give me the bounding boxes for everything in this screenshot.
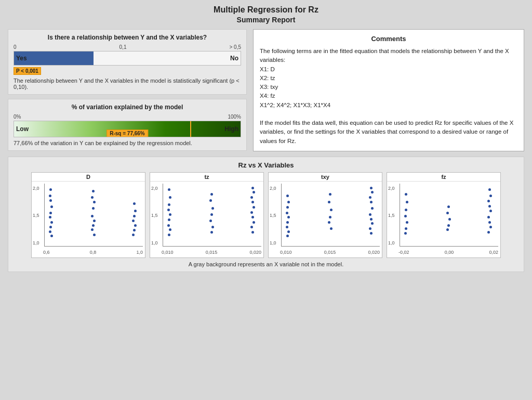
scatter-inner-D xyxy=(44,184,143,247)
var-high-label: High xyxy=(224,125,238,133)
scatter-plot-tz: tz xyxy=(150,172,264,258)
x-label-08-D: 0,8 xyxy=(90,250,97,255)
comments-line-0: The following terms are in the fitted eq… xyxy=(260,48,509,63)
comments-panel: Comments The following terms are in the … xyxy=(253,29,524,151)
rel-axis-05: > 0,5 xyxy=(229,44,241,50)
x-label-0010-tz: 0,010 xyxy=(162,250,174,255)
scatter-plot-txy-title: txy xyxy=(269,173,382,182)
scatter-plot-fz: fz xyxy=(387,172,501,258)
var-low-label: Low xyxy=(16,125,29,133)
page: Multiple Regression for Rz Summary Repor… xyxy=(0,0,532,400)
y-label-10-fz: 1,0 xyxy=(388,240,395,246)
x-axis-labels-txy: 0,010 0,015 0,020 xyxy=(280,250,380,255)
y-label-20-txy: 2,0 xyxy=(270,186,276,191)
x-label-10-D: 1,0 xyxy=(136,250,143,255)
main-subtitle: Summary Report xyxy=(8,16,524,24)
x-label-m002-fz: -0,02 xyxy=(398,250,409,255)
variation-title: % of variation explained by the model xyxy=(14,104,241,111)
y-axis-labels-tz: 2,0 1,5 1,0 xyxy=(151,186,158,246)
scatter-plots: D xyxy=(14,172,518,258)
scatter-inner-tz xyxy=(163,184,261,247)
scatter-plot-txy: txy xyxy=(268,172,382,258)
comments-line-x3: X3: txy xyxy=(260,84,278,90)
scatter-area-txy: 2,0 1,5 1,0 0,010 0,015 0,020 xyxy=(269,182,382,255)
var-axis: 0% 100% xyxy=(14,114,241,120)
var-axis-100: 100% xyxy=(228,114,241,120)
scatter-area-tz: 2,0 1,5 1,0 0,010 0,015 0,020 xyxy=(150,182,263,255)
scatter-plot-D: D xyxy=(31,172,145,258)
y-axis-labels-fz: 2,0 1,5 1,0 xyxy=(388,186,395,246)
x-label-06-D: 0,6 xyxy=(43,250,50,255)
relationship-title: Is there a relationship between Y and th… xyxy=(14,34,241,41)
comments-line-x2: X2: tz xyxy=(260,75,275,81)
rel-no-label: No xyxy=(230,55,238,62)
scatter-footnote: A gray background represents an X variab… xyxy=(14,261,518,267)
y-axis-labels-txy: 2,0 1,5 1,0 xyxy=(270,186,276,246)
x-label-0015-txy: 0,015 xyxy=(324,250,336,255)
x-axis-labels-tz: 0,010 0,015 0,020 xyxy=(162,250,261,255)
x-label-0020-txy: 0,020 xyxy=(368,250,380,255)
rel-axis-0: 0 xyxy=(14,44,17,50)
var-description: 77,66% of the variation in Y can be expl… xyxy=(14,140,241,146)
y-label-10-tz: 1,0 xyxy=(151,240,158,246)
comments-line-pred: If the model fits the data well, this eq… xyxy=(260,120,513,144)
comments-line-interactions: X1^2; X4^2; X1*X3; X1*X4 xyxy=(260,102,330,108)
var-marker xyxy=(190,121,191,137)
y-label-15-txy: 1,5 xyxy=(270,213,276,218)
scatter-plot-D-title: D xyxy=(32,173,145,182)
scatter-title: Rz vs X Variables xyxy=(14,161,518,169)
y-label-10-txy: 1,0 xyxy=(270,240,276,246)
scatter-plot-tz-title: tz xyxy=(150,173,263,182)
y-label-20-D: 2,0 xyxy=(33,186,39,191)
rel-axis-01: 0,1 xyxy=(119,44,127,50)
x-label-0015-tz: 0,015 xyxy=(206,250,218,255)
left-panels: Is there a relationship between Y and th… xyxy=(8,29,247,151)
scatter-inner-txy xyxy=(281,184,380,247)
x-label-0020-tz: 0,020 xyxy=(249,250,261,255)
var-axis-0: 0% xyxy=(14,114,21,120)
x-label-0010-txy: 0,010 xyxy=(280,250,292,255)
x-label-002-fz: 0,02 xyxy=(489,250,498,255)
comments-title: Comments xyxy=(260,35,517,43)
variation-panel: % of variation explained by the model 0%… xyxy=(8,99,247,151)
variation-bar-container: 0% 100% Low High R-sq = 77,66% xyxy=(14,114,241,137)
y-label-20-tz: 2,0 xyxy=(151,186,158,191)
relationship-bar-container: 0 0,1 > 0,5 Yes No P < 0,001 xyxy=(14,44,241,75)
var-rsq-badge: R-sq = 77,66% xyxy=(107,130,148,137)
main-title: Multiple Regression for Rz xyxy=(8,5,524,15)
y-axis-labels-D: 2,0 1,5 1,0 xyxy=(33,186,39,246)
rel-yes-label: Yes xyxy=(16,55,27,62)
var-bar-row: Low High R-sq = 77,66% xyxy=(14,121,241,137)
scatter-inner-fz xyxy=(400,184,498,247)
y-label-15-tz: 1,5 xyxy=(151,213,158,218)
scatter-plot-fz-title: fz xyxy=(387,173,500,182)
rel-description: The relationship between Y and the X var… xyxy=(14,78,241,90)
x-label-000-fz: 0,00 xyxy=(445,250,454,255)
x-axis-labels-D: 0,6 0,8 1,0 xyxy=(43,250,143,255)
y-label-15-fz: 1,5 xyxy=(388,213,395,218)
top-section: Is there a relationship between Y and th… xyxy=(8,29,524,151)
rel-pval-badge: P < 0,001 xyxy=(14,67,41,75)
y-label-20-fz: 2,0 xyxy=(388,186,395,191)
rel-bar-row: Yes No xyxy=(14,51,241,66)
comments-line-x1: X1: D xyxy=(260,66,275,72)
bottom-section: Rz vs X Variables D xyxy=(8,157,524,272)
comments-text: The following terms are in the fitted eq… xyxy=(260,47,517,146)
rel-axis: 0 0,1 > 0,5 xyxy=(14,44,241,50)
scatter-area-fz: 2,0 1,5 1,0 -0,02 0,00 0,02 xyxy=(387,182,500,255)
comments-line-x4: X4: fz xyxy=(260,93,275,99)
relationship-panel: Is there a relationship between Y and th… xyxy=(8,29,247,95)
y-label-10-D: 1,0 xyxy=(33,240,39,246)
y-label-15-D: 1,5 xyxy=(33,213,39,218)
x-axis-labels-fz: -0,02 0,00 0,02 xyxy=(398,250,498,255)
scatter-area-D: 2,0 1,5 1,0 0,6 0,8 1,0 xyxy=(32,182,145,255)
